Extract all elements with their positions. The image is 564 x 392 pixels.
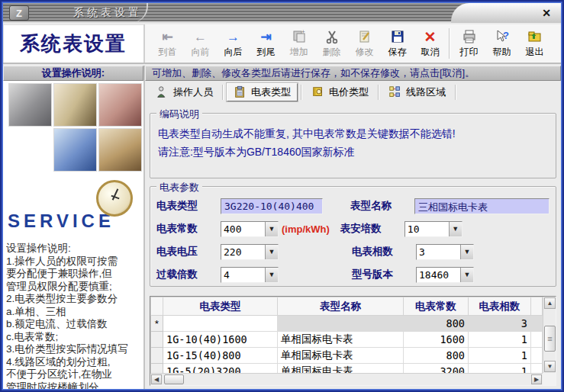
meter-constant-cell: 800 [404, 348, 469, 364]
system-table-settings-window: Z 系统表设置 ✕ 系统表设置 ⇤到首←向前→向后⇥到尾+增加删除修改保存✕取消… [0, 0, 564, 392]
window-body: 设置操作说明: SERVICE 设置操作说明:1.操作人员的权限可按需要分配便于… [3, 66, 561, 389]
help-icon: ? [495, 28, 510, 45]
row-selector-cell: * [151, 316, 163, 332]
model-version-label: 型号版本 [352, 268, 416, 281]
header-band: 系统表设置 ⇤到首←向前→向后⇥到尾+增加删除修改保存✕取消打印?帮助退出 [3, 24, 561, 64]
toolbar-button[interactable]: →向后 [217, 26, 250, 61]
tab-line-area[interactable]: ++线路区域 [382, 83, 452, 101]
column-header[interactable]: 表型名称 [278, 297, 404, 316]
svg-text:+: + [301, 29, 305, 35]
close-button[interactable]: ✕ [540, 6, 553, 20]
chevron-down-icon[interactable]: ▼ [460, 245, 473, 259]
tab-content: 编码说明 电表类型自动生成不能重复, 其中电表常数是关键数据不能选错! 请注意:… [145, 104, 561, 389]
toolbar-button: 修改 [348, 26, 381, 61]
chevron-down-icon[interactable]: ▼ [265, 245, 278, 259]
table-row[interactable]: 1G-5(20)3200单相国标电卡表32001 [151, 364, 543, 374]
chevron-down-icon[interactable]: ▼ [449, 222, 462, 236]
scroll-left-icon[interactable]: ◀ [151, 374, 162, 384]
toolbar-button-label: 增加 [290, 46, 308, 59]
instruction-line: 要分配便于兼职操作,但 [6, 268, 142, 281]
tab-price-type[interactable]: 电价类型 [305, 83, 375, 101]
save-icon [390, 28, 405, 45]
operation-instructions: 设置操作说明:1.操作人员的权限可按需要分配便于兼职操作,但管理员权限分配要慎重… [3, 241, 143, 389]
phases-value: 3 [417, 245, 460, 259]
meter-type-label: 电表类型 [156, 199, 221, 213]
scroll-down-icon[interactable]: ▼ [544, 361, 556, 372]
photo-keyboard [53, 128, 97, 172]
tab-strip: 操作人员电表类型电价类型++线路区域 [145, 81, 561, 104]
row-selector-header [151, 297, 163, 316]
filler-cell [531, 348, 543, 364]
voltage-value: 220 [221, 245, 265, 259]
meter-type-cell [163, 316, 278, 332]
tab-operator[interactable]: 操作人员 [150, 83, 219, 101]
table-row[interactable]: 1G-10(40)1600单相国标电卡表16001 [151, 332, 543, 348]
row-selector-cell [151, 364, 163, 374]
table-row[interactable]: *8003 [151, 316, 543, 332]
chevron-down-icon[interactable]: ▼ [460, 268, 473, 282]
column-header[interactable]: 电表相数 [469, 297, 531, 316]
sidebar: 设置操作说明: SERVICE 设置操作说明:1.操作人员的权限可按需要分配便于… [3, 66, 145, 389]
svg-text:+: + [393, 92, 395, 97]
toolbar-button[interactable]: ⇥到尾 [250, 26, 282, 61]
toolbar-button: +增加 [282, 26, 315, 61]
meter-constant-label: 电表常数 [156, 222, 221, 236]
toolbar-button[interactable]: ?帮助 [485, 26, 518, 61]
scroll-up-icon[interactable]: ▲ [544, 297, 556, 309]
type-name-cell [278, 316, 404, 332]
encoding-groupbox: 编码说明 电表类型自动生成不能重复, 其中电表常数是关键数据不能选错! 请注意:… [150, 113, 556, 178]
toolbar-button[interactable]: 打印 [453, 26, 485, 61]
amperage-combobox[interactable]: 10 ▼ [404, 221, 462, 237]
toolbar-button-label: 到首 [159, 46, 177, 59]
model-version-combobox[interactable]: 18460 ▼ [416, 267, 474, 283]
tab-separator [455, 85, 456, 100]
photo-pen [53, 83, 97, 127]
add-icon: + [292, 28, 307, 45]
toolbar-button[interactable]: ✕取消 [414, 26, 446, 61]
meter-params-groupbox: 电表参数 电表类型 3G220-10(40)400 表型名称 三相国标电卡表 电… [150, 186, 556, 287]
toolbar-button-label: 保存 [388, 46, 407, 59]
go-last-icon: ⇥ [260, 28, 271, 45]
overload-combobox[interactable]: 4 ▼ [221, 267, 279, 283]
column-header[interactable]: 电表类型 [163, 297, 278, 316]
save-button[interactable]: 保存 [381, 26, 414, 61]
toolbar-button-label: 到尾 [257, 46, 276, 59]
toolbar-button: ⇤到首 [151, 26, 184, 61]
titlebar[interactable]: Z 系统表设置 ✕ [3, 3, 561, 23]
tab-meter-type[interactable]: 电表类型 [227, 83, 298, 101]
line-area-icon: ++ [388, 85, 402, 99]
meter-type-grid: 电表类型表型名称电表常数电表相数*80031G-10(40)1600单相国标电卡… [150, 296, 556, 386]
chevron-down-icon[interactable]: ▼ [265, 222, 278, 236]
toolbar-button[interactable]: 退出 [518, 26, 551, 61]
phases-cell: 1 [469, 364, 531, 374]
filler-column-header [531, 297, 543, 316]
meter-constant-cell: 800 [404, 316, 469, 332]
chevron-down-icon[interactable]: ▼ [265, 268, 278, 282]
photo-pencils [98, 83, 142, 127]
type-name-field[interactable]: 三相国标电卡表 [414, 198, 549, 214]
instruction-line: 3.电价类型按实际情况填写 [6, 343, 142, 356]
vscroll-thumb[interactable] [544, 326, 556, 352]
toolbar-button-label: 打印 [460, 46, 479, 59]
page-title: 系统表设置 [20, 31, 127, 57]
meter-type-field[interactable]: 3G220-10(40)400 [221, 198, 323, 214]
model-version-value: 18460 [417, 268, 460, 282]
voltage-combobox[interactable]: 220 ▼ [221, 244, 279, 260]
horizontal-scrollbar[interactable]: ◀ ▶ [150, 373, 543, 385]
svg-text:+: + [393, 86, 395, 91]
toolbar: ⇤到首←向前→向后⇥到尾+增加删除修改保存✕取消打印?帮助退出 [145, 24, 561, 63]
type-name-cell: 单相国标电卡表 [278, 348, 404, 364]
meter-constant-combobox[interactable]: 400 ▼ [221, 221, 279, 237]
phases-combobox[interactable]: 3 ▼ [416, 244, 474, 260]
service-text: SERVICE [8, 210, 114, 232]
vertical-scrollbar[interactable]: ▲ ▼ [543, 297, 556, 373]
hscroll-thumb[interactable] [164, 374, 184, 384]
scroll-right-icon[interactable]: ▶ [531, 374, 542, 384]
print-icon [462, 28, 477, 45]
type-name-cell: 单相国标电卡表 [278, 332, 404, 348]
table-row[interactable]: 1G-15(40)800单相国标电卡表8001 [151, 348, 543, 364]
column-header[interactable]: 电表常数 [404, 297, 469, 316]
modify-icon [357, 28, 372, 45]
tab-label: 电价类型 [329, 85, 369, 99]
instruction-line: 1.操作人员的权限可按需 [6, 255, 142, 268]
